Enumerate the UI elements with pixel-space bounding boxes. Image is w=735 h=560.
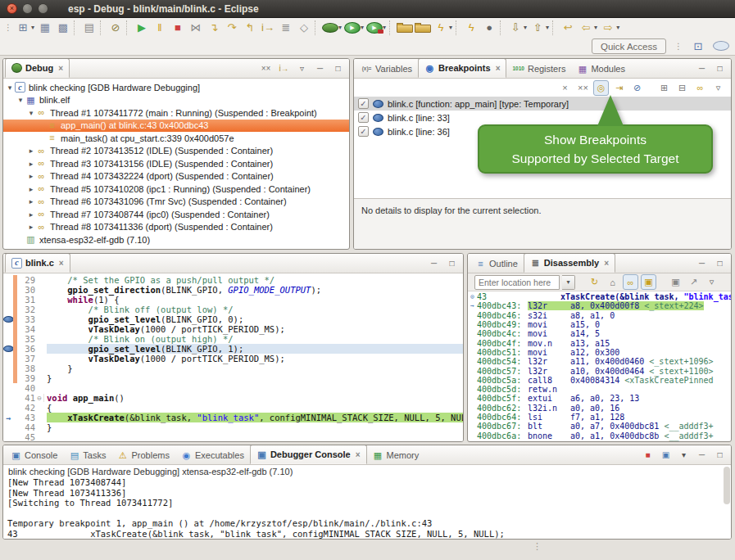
last-edit-location-button[interactable]: ↩	[560, 20, 576, 36]
code-line[interactable]: /* Blink off (output low) */	[47, 305, 463, 314]
use-step-filters-toggle[interactable]: ≣	[278, 20, 294, 36]
minimize-view-button[interactable]: ─	[696, 449, 707, 460]
remove-all-breakpoints-button[interactable]: ××	[575, 80, 591, 96]
disassembly-row[interactable]: 400dbc5a:call80x40084314 <xTaskCreatePin…	[468, 376, 731, 385]
home-button[interactable]: ⌂	[605, 274, 620, 290]
refresh-button[interactable]: ↻	[587, 274, 602, 290]
chevron-down-icon[interactable]: ▾	[678, 449, 689, 460]
debug-tree-item[interactable]: ▸∞Thread #2 1073413512 (IDLE) (Suspended…	[3, 145, 349, 158]
remove-breakpoint-button[interactable]: ×	[557, 80, 573, 96]
disassembly-source-row[interactable]: ⊙43xTaskCreate(&blink_task, "blink_tas	[468, 292, 731, 301]
disassembly-row[interactable]: 400dbc5d:retw.n	[468, 385, 731, 394]
instruction-stepping-toggle[interactable]: i→	[260, 20, 276, 36]
breakpoint-checkbox[interactable]: ✓	[358, 126, 369, 137]
tab-problems[interactable]: ⚠ Problems	[111, 446, 175, 464]
tab-outline[interactable]: ≡ Outline	[470, 255, 524, 273]
flash-download-button[interactable]: ϟ	[433, 20, 449, 36]
tab-registers[interactable]: 1010 Registers	[506, 60, 571, 78]
chevron-down-icon[interactable]: ▾	[546, 24, 549, 31]
debug-tree-item[interactable]: ▸∞Thread #8 1073411336 (dport) (Suspende…	[3, 221, 349, 234]
external-tools-button[interactable]: ▶	[366, 22, 383, 34]
tab-modules[interactable]: ▦ Modules	[571, 60, 631, 78]
open-folder-button[interactable]	[397, 25, 413, 33]
save-button[interactable]: ▦	[37, 20, 53, 36]
code-line[interactable]: vTaskDelay(1000 / portTICK_PERIOD_MS);	[47, 324, 463, 334]
remove-terminated-button[interactable]: ××	[261, 63, 271, 74]
maximize-view-button[interactable]: □	[447, 258, 457, 269]
twisty-icon[interactable]: ▸	[26, 172, 36, 180]
view-menu-button[interactable]: ▿	[297, 63, 307, 74]
twisty-icon[interactable]: ▾	[16, 96, 25, 104]
twisty-icon[interactable]: ▸	[26, 147, 36, 155]
code-line[interactable]: gpio_set_direction(BLINK_GPIO, GPIO_MODE…	[47, 285, 463, 295]
code-line[interactable]: }	[47, 364, 463, 373]
disassembly-listing[interactable]: ⊙43xTaskCreate(&blink_task, "blink_tas→4…	[468, 291, 731, 441]
code-editor[interactable]: 29 /* Set the GPIO as a push/pull output…	[3, 273, 463, 441]
close-icon[interactable]: ×	[356, 450, 361, 459]
breakpoint-checkbox[interactable]: ✓	[358, 98, 369, 109]
code-line[interactable]: xTaskCreate(&blink_task, "blink_task", c…	[47, 413, 463, 422]
disassembly-row[interactable]: 400dbc51:movia12, 0x300	[468, 348, 731, 357]
close-button[interactable]: ×	[7, 3, 17, 14]
code-line[interactable]: /* Blink on (output high) */	[47, 334, 463, 344]
resume-button[interactable]: ▶	[134, 20, 150, 36]
terminate-button[interactable]: ■	[170, 20, 186, 36]
tab-executables[interactable]: ◉ Executables	[175, 446, 250, 464]
disassembly-row[interactable]: 400dbc64:lsif7, a1, 128	[468, 413, 731, 422]
chevron-down-icon[interactable]: ▾	[449, 24, 452, 31]
tab-memory[interactable]: ▦ Memory	[367, 446, 425, 464]
twisty-icon[interactable]: ▸	[26, 197, 36, 205]
debug-tree-item[interactable]: ▾▦blink.elf	[3, 94, 349, 107]
show-supported-breakpoints-toggle[interactable]: ◎	[593, 80, 609, 96]
location-input[interactable]	[474, 275, 560, 290]
gutter-annotation[interactable]	[3, 345, 13, 352]
debug-tree-item[interactable]: ▾cblink checking [GDB Hardware Debugging…	[3, 81, 349, 94]
step-into-button[interactable]: ↴	[206, 20, 222, 36]
chevron-down-icon[interactable]: ▾	[361, 24, 364, 31]
maximize-view-button[interactable]: □	[715, 63, 725, 74]
suspend-button[interactable]: ‖	[152, 20, 168, 36]
debug-tree-item[interactable]: ≡main_task() at cpu_start.c:339 0x400d05…	[3, 132, 349, 145]
chevron-down-icon[interactable]: ▾	[594, 24, 597, 31]
goto-file-button[interactable]: ⇥	[611, 80, 627, 96]
gutter-annotation[interactable]	[3, 316, 13, 323]
maximize-view-button[interactable]: □	[333, 63, 343, 74]
gutter-annotation[interactable]: →	[3, 413, 13, 422]
save-all-button[interactable]: ▩	[55, 20, 71, 36]
step-return-button[interactable]: ↰	[242, 20, 258, 36]
twisty-icon[interactable]: ▸	[26, 185, 36, 193]
debug-tree-item[interactable]: ▸∞Thread #3 1073413156 (IDLE) (Suspended…	[3, 157, 349, 170]
code-line[interactable]: }	[47, 422, 463, 432]
trace-button[interactable]: ◇	[296, 20, 312, 36]
minimize-view-button[interactable]: ─	[429, 258, 439, 269]
step-over-button[interactable]: ↷	[224, 20, 240, 36]
breakpoint-item[interactable]: ✓blink.c [line: 33]	[354, 111, 731, 124]
collapse-all-button[interactable]: ⊟	[674, 80, 690, 96]
maximize-button[interactable]	[38, 3, 48, 14]
display-console-button[interactable]: ▣	[660, 449, 671, 460]
view-menu-button[interactable]: ▿	[710, 80, 726, 96]
twisty-icon[interactable]: ▾	[5, 84, 15, 92]
debug-tree-item[interactable]: ▥xtensa-esp32-elf-gdb (7.10)	[3, 233, 349, 246]
expand-all-button[interactable]: ⊞	[656, 80, 672, 96]
back-button[interactable]: ⇦	[578, 20, 594, 36]
target-button[interactable]: ●	[481, 20, 497, 36]
tab-debugger-console[interactable]: ▣ Debugger Console ×	[250, 445, 367, 464]
run-button[interactable]: ▶	[344, 22, 361, 34]
tab-variables[interactable]: (x)= Variables	[356, 60, 418, 78]
console-scrollbar[interactable]	[724, 467, 730, 504]
maximize-view-button[interactable]: □	[715, 258, 725, 269]
minimize-view-button[interactable]: ─	[696, 63, 707, 74]
folder-button[interactable]	[415, 25, 431, 33]
code-line[interactable]: void app_main()	[47, 393, 463, 403]
next-annotation-button[interactable]: ⇩	[507, 20, 524, 36]
code-line[interactable]: gpio_set_level(BLINK_GPIO, 1);	[47, 344, 463, 354]
previous-annotation-button[interactable]: ⇧	[529, 20, 546, 36]
tab-tasks[interactable]: ▤ Tasks	[63, 446, 111, 464]
debug-button[interactable]	[322, 23, 338, 33]
console-body[interactable]: blink checking [GDB Hardware Debugging] …	[3, 465, 731, 539]
export-button[interactable]: ↗	[686, 274, 701, 290]
chevron-down-icon[interactable]: ▾	[616, 24, 619, 31]
new-wizard-button[interactable]: ⊞	[15, 20, 31, 36]
code-line[interactable]: /* Set the GPIO as a push/pull output */	[47, 275, 463, 285]
